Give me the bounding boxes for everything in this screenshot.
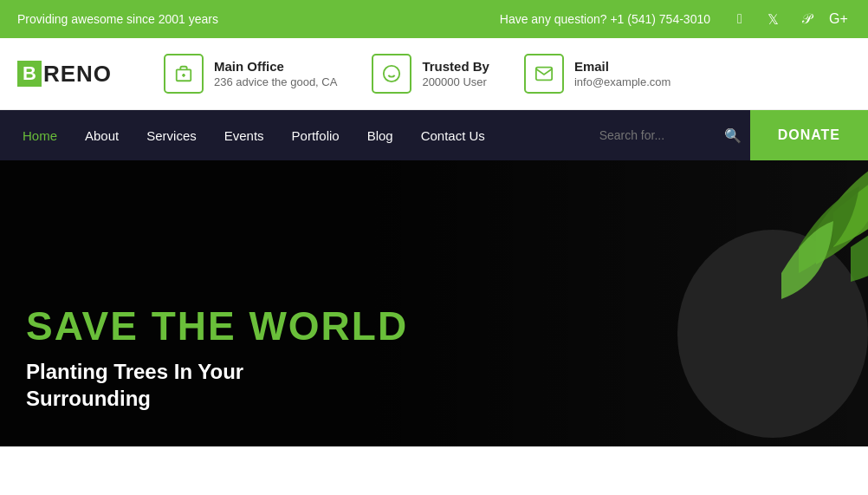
header: B RENO Main Office 236 advice the good, … — [0, 38, 868, 110]
nav-item-services[interactable]: Services — [133, 110, 211, 160]
hero-headline: SAVE THE WORLD — [26, 306, 408, 346]
hero-plant-visual — [573, 160, 868, 446]
email-text: Email info@example.com — [574, 59, 670, 88]
svg-point-7 — [677, 230, 868, 438]
nav-item-about[interactable]: About — [71, 110, 133, 160]
hero-subheadline: Planting Trees In Your Surrounding — [26, 358, 408, 412]
svg-point-3 — [384, 66, 399, 81]
search-form: 🔍 — [599, 127, 750, 144]
logo-letter: B — [17, 61, 42, 87]
logo-name: RENO — [43, 61, 112, 88]
trusted-icon — [372, 54, 411, 94]
trusted-text: Trusted By 200000 User — [422, 59, 489, 88]
trusted-count: 200000 User — [422, 75, 489, 88]
donate-button[interactable]: DONATE — [750, 110, 868, 160]
trusted-info: Trusted By 200000 User — [372, 54, 489, 94]
office-address: 236 advice the good, CA — [214, 75, 337, 88]
office-text: Main Office 236 advice the good, CA — [214, 59, 337, 88]
navigation: Home About Services Events Portfolio Blo… — [0, 110, 868, 160]
twitter-icon[interactable]: 𝕏 — [761, 7, 785, 31]
search-icon[interactable]: 🔍 — [724, 127, 742, 144]
pinterest-icon[interactable]: 𝒫 — [794, 7, 818, 31]
office-title: Main Office — [214, 59, 337, 74]
nav-item-events[interactable]: Events — [211, 110, 278, 160]
top-bar: Providing awesome since 2001 years Have … — [0, 0, 868, 38]
email-address: info@example.com — [574, 75, 670, 88]
nav-item-blog[interactable]: Blog — [353, 110, 407, 160]
logo[interactable]: B RENO — [17, 61, 112, 88]
office-info: Main Office 236 advice the good, CA — [164, 54, 337, 94]
googleplus-icon[interactable]: G+ — [826, 7, 851, 31]
header-info: Main Office 236 advice the good, CA Trus… — [164, 54, 851, 94]
social-links:  𝕏 𝒫 G+ — [728, 7, 851, 31]
nav-item-portfolio[interactable]: Portfolio — [278, 110, 353, 160]
nav-items: Home About Services Events Portfolio Blo… — [0, 110, 599, 160]
email-info: Email info@example.com — [524, 54, 670, 94]
search-input[interactable] — [599, 128, 721, 142]
email-icon — [524, 54, 564, 94]
hero-section: SAVE THE WORLD Planting Trees In Your Su… — [0, 160, 868, 446]
hero-content: SAVE THE WORLD Planting Trees In Your Su… — [0, 306, 434, 446]
trusted-title: Trusted By — [422, 59, 489, 74]
tagline: Providing awesome since 2001 years — [17, 12, 218, 26]
email-title: Email — [574, 59, 670, 74]
phone-text: Have any question? +1 (541) 754-3010 — [500, 12, 710, 26]
top-bar-right: Have any question? +1 (541) 754-3010  𝕏… — [500, 7, 851, 31]
nav-item-home[interactable]: Home — [9, 110, 71, 160]
facebook-icon[interactable]:  — [728, 7, 752, 31]
nav-item-contact[interactable]: Contact Us — [407, 110, 499, 160]
office-icon — [164, 54, 204, 94]
